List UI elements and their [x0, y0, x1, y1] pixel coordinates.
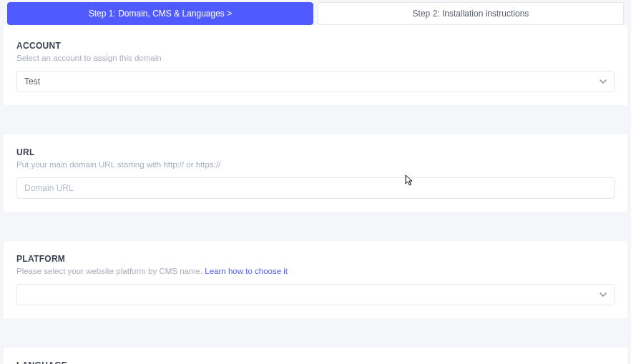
wizard-tabs: Step 1: Domain, CMS & Languages > Step 2… — [0, 0, 631, 25]
chevron-down-icon — [600, 291, 607, 298]
section-help-platform: Please select your website platform by C… — [16, 267, 615, 275]
url-input-wrapper[interactable] — [16, 177, 615, 199]
section-language: LANGUAGE Select the base language of you… — [4, 348, 627, 364]
section-title-language: LANGUAGE — [16, 360, 615, 364]
section-platform: PLATFORM Please select your website plat… — [4, 241, 627, 318]
section-account: ACCOUNT Select an account to assign this… — [4, 25, 627, 105]
platform-help-link[interactable]: Learn how to choose it — [205, 267, 288, 275]
section-help-account: Select an account to assign this domain — [16, 54, 615, 62]
tab-step-2[interactable]: Step 2: Installation instructions — [318, 2, 624, 25]
section-title-platform: PLATFORM — [16, 254, 615, 264]
platform-help-text: Please select your website platform by C… — [16, 267, 205, 275]
account-select[interactable]: Test — [16, 71, 615, 92]
section-url: URL Put your main domain URL starting wi… — [4, 134, 627, 212]
platform-select[interactable] — [16, 284, 615, 305]
section-help-url: Put your main domain URL starting with h… — [16, 160, 615, 169]
section-title-url: URL — [16, 147, 615, 157]
tab-step-2-label: Step 2: Installation instructions — [413, 9, 529, 19]
tab-step-1-label: Step 1: Domain, CMS & Languages > — [89, 9, 232, 19]
url-input[interactable] — [24, 183, 607, 193]
account-select-value: Test — [24, 77, 40, 87]
chevron-down-icon — [600, 78, 607, 85]
tab-step-1[interactable]: Step 1: Domain, CMS & Languages > — [7, 2, 313, 25]
section-title-account: ACCOUNT — [16, 41, 615, 51]
